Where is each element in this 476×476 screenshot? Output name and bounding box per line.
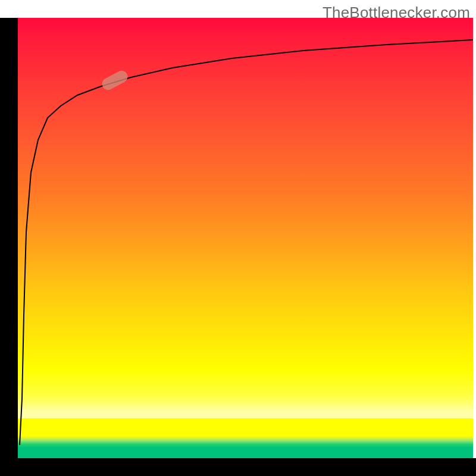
x-axis-bar [0,458,476,476]
bottleneck-curve-path [20,40,473,445]
curve-layer [18,18,473,458]
chart-frame: TheBottlenecker.com [0,0,476,476]
watermark-text: TheBottlenecker.com [322,4,470,22]
y-axis-bar [0,18,18,458]
